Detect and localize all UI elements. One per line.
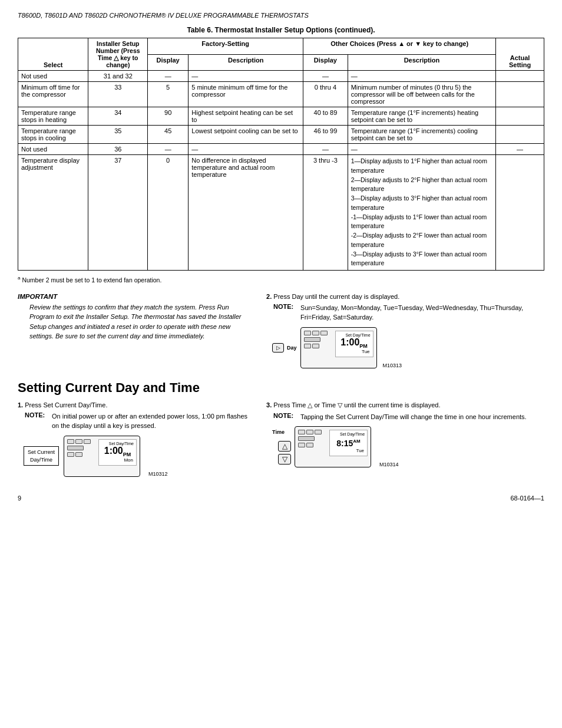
time-arrows: △ ▽ [278, 441, 291, 465]
device-illustration-step1: Set CurrentDay/Time [24, 436, 254, 477]
important-section: IMPORTANT Review the settings to confirm… [18, 293, 254, 341]
col-header-actual: Actual Setting [496, 38, 544, 71]
footnote: a Number 2 must be set to 1 to extend fa… [18, 275, 544, 284]
step-3: 3. Press Time △ or Time ▽ until the curr… [266, 401, 544, 468]
thermostat-device-1: Set Day/Time 1:00PM Mon [64, 436, 140, 477]
table-row: Not used 31 and 32 — — — — [18, 71, 544, 82]
col-header-select: Select [18, 38, 88, 71]
col-header-install-num: Installer Setup Number (Press Time △ key… [88, 38, 148, 71]
doc-number: 68-0164—1 [511, 495, 545, 502]
important-label: IMPORTANT [18, 293, 254, 300]
page-footer: 9 68-0164—1 [18, 495, 544, 502]
table-row: Temperature display adjustment 37 0 No d… [18, 155, 544, 271]
thermostat-display-1: Set Day/Time 1:00PM Mon [98, 439, 137, 466]
fig-num-step2: M10313 [383, 363, 405, 368]
day-button[interactable]: ▷ [272, 343, 284, 353]
device-illustration-step2: ▷ Day [272, 327, 544, 368]
set-current-label: Set CurrentDay/Time [24, 446, 59, 466]
fig-num-step1: M10312 [148, 471, 171, 477]
col-header-factory-desc: Description [189, 54, 303, 71]
time-down-button[interactable]: ▽ [278, 454, 291, 465]
important-text: Review the settings to confirm that they… [29, 302, 254, 341]
page-number: 9 [18, 495, 21, 502]
step-1: 1. Press Set Current Day/Time. NOTE: On … [18, 401, 254, 477]
table-title: Table 6. Thermostat Installer Setup Opti… [18, 26, 544, 34]
thermostat-device-3: Set Day/Time 8:15AM Tue [295, 426, 371, 467]
installer-setup-table: Select Installer Setup Number (Press Tim… [18, 38, 544, 271]
col-header-other-choices: Other Choices (Press ▲ or ▼ key to chang… [303, 38, 496, 55]
fig-num-step3: M10314 [379, 462, 402, 467]
section-heading: Setting Current Day and Time [18, 380, 544, 396]
thermostat-device: Set Day/Time 1:00PM Tue [300, 327, 377, 368]
page-header: T8600D, T8601D AND T8602D CHRONOTHERM® I… [18, 12, 544, 19]
table-row: Minimum off time for the compressor 33 5… [18, 82, 544, 107]
col-header-factory-display: Display [148, 54, 189, 71]
table-row: Temperature range stops in heating 34 90… [18, 107, 544, 126]
table-row: Temperature range stops in cooling 35 45… [18, 126, 544, 144]
time-up-button[interactable]: △ [278, 441, 291, 452]
col-header-other-display: Display [303, 54, 348, 71]
col-header-other-desc: Description [348, 54, 496, 71]
device-illustration-step3: Time △ ▽ [272, 426, 544, 467]
table-row: Not used 36 — — — — — [18, 144, 544, 155]
col-header-factory: Factory-Setting [148, 38, 303, 55]
step-2: 2. Press Day until the current day is di… [266, 293, 544, 368]
thermostat-display-3: Set Day/Time 8:15AM Tue [329, 430, 368, 456]
thermostat-display: Set Day/Time 1:00PM Tue [335, 331, 373, 357]
